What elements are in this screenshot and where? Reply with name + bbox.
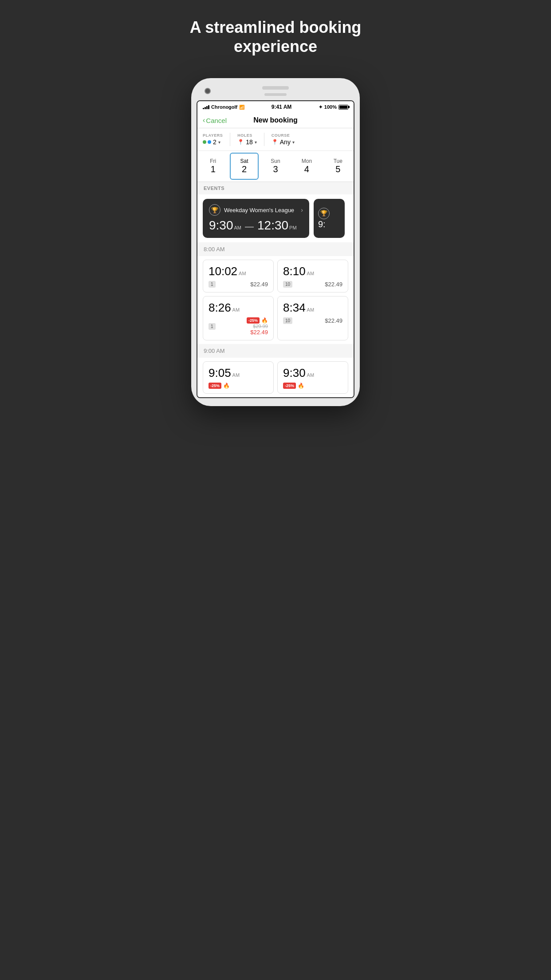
fire-icon: 🔥	[223, 383, 230, 389]
slot-time-905: 9:05 AM	[209, 366, 268, 380]
slot-826am[interactable]: 8:26 AM 1 -25% 🔥 $29.99 $22.49	[203, 296, 274, 340]
course-value-row: 📍 Any ▾	[272, 138, 295, 146]
slot-ampm: AM	[307, 271, 315, 276]
date-day-sun: Sun	[271, 158, 280, 164]
filter-divider-1	[230, 133, 230, 146]
dot-green	[203, 140, 206, 144]
date-sun-3[interactable]: Sun 3	[261, 153, 290, 180]
slot-ampm: AM	[232, 372, 240, 378]
event-card-2[interactable]: 🏆 9:	[314, 199, 345, 238]
signal-icon	[203, 105, 209, 109]
pin-icon: 📍	[237, 139, 244, 145]
slots-grid-9am: 9:05 AM -25% 🔥 9:30 AM -25% 🔥	[197, 358, 354, 397]
course-value: Any	[280, 138, 291, 146]
slot-ampm: AM	[307, 307, 315, 312]
date-tue-5[interactable]: Tue 5	[324, 153, 352, 180]
event-time-range: 9:30 AM — 12:30 PM	[209, 218, 303, 233]
trophy-icon: 🏆	[209, 204, 220, 216]
fire-icon: 🔥	[261, 317, 268, 324]
slot-time-big: 8:26	[209, 301, 231, 315]
holes-number: 18	[246, 138, 253, 146]
player-dots	[203, 140, 211, 144]
date-sat-2[interactable]: Sat 2	[230, 153, 258, 180]
slot-bottom-826: 1 -25% 🔥 $29.99 $22.49	[209, 317, 268, 336]
price-discounted: $22.49	[250, 329, 268, 336]
slot-discount-row: -25% 🔥	[247, 317, 268, 324]
date-day-sat: Sat	[240, 158, 248, 164]
event-name-row: 🏆 Weekday Women's League	[209, 204, 294, 216]
bluetooth-icon: ✦	[319, 104, 323, 110]
event-card-1[interactable]: 🏆 Weekday Women's League › 9:30 AM — 12:…	[203, 199, 309, 238]
slot-810am[interactable]: 8:10 AM 10 $22.49	[277, 260, 348, 292]
phone-screen: Chronogolf 📶 9:41 AM ✦ 100% ‹ Cancel	[197, 100, 354, 398]
holes-value-row: 📍 18 ▾	[237, 138, 257, 146]
date-num-3: 3	[273, 164, 278, 174]
players-chevron-icon: ▾	[218, 140, 220, 145]
event-chevron-icon: ›	[301, 206, 303, 213]
events-scroll[interactable]: 🏆 Weekday Women's League › 9:30 AM — 12:…	[197, 194, 354, 242]
discount-badge: -25%	[247, 317, 260, 324]
time-section-8am: 8:00 AM	[197, 242, 354, 256]
phone-button	[264, 93, 287, 96]
slot-time-930: 9:30 AM	[283, 366, 342, 380]
slot-time-big: 9:30	[283, 366, 306, 380]
phone-shell: Chronogolf 📶 9:41 AM ✦ 100% ‹ Cancel	[191, 78, 360, 406]
slots-grid-8am: 10:02 AM 1 $22.49 8:10 AM 10 $2	[197, 256, 354, 344]
date-day-mon: Mon	[302, 158, 312, 164]
date-selector: Fri 1 Sat 2 Sun 3 Mon 4 Tue 5	[197, 151, 354, 182]
slot-905am[interactable]: 9:05 AM -25% 🔥	[203, 361, 274, 394]
phone-speaker	[262, 86, 289, 90]
discount-badge: -25%	[209, 383, 221, 389]
players-filter[interactable]: PLAYERS 2 ▾	[203, 133, 223, 146]
slot-spots: 1	[209, 323, 216, 330]
status-right: ✦ 100%	[319, 104, 348, 110]
slot-bottom: 1 $22.49	[209, 281, 268, 288]
slot-834am[interactable]: 8:34 AM 10 $22.49	[277, 296, 348, 340]
date-mon-4[interactable]: Mon 4	[292, 153, 321, 180]
event-time-2: 9:	[318, 219, 340, 229]
nav-bar: ‹ Cancel New booking	[197, 113, 354, 128]
slot-price: $22.49	[325, 281, 342, 288]
slot-time-834: 8:34 AM	[283, 301, 342, 315]
course-filter[interactable]: COURSE 📍 Any ▾	[272, 133, 295, 146]
page-wrapper: A streamlined booking experience Chronog…	[165, 9, 386, 406]
event-end-ampm: PM	[289, 225, 297, 230]
slot-time-1002: 10:02 AM	[209, 265, 268, 278]
status-bar: Chronogolf 📶 9:41 AM ✦ 100%	[197, 101, 354, 113]
fire-icon: 🔥	[298, 383, 304, 389]
date-num-2: 2	[242, 164, 247, 174]
slot-price: $22.49	[250, 281, 268, 288]
slot-930am[interactable]: 9:30 AM -25% 🔥	[277, 361, 348, 394]
back-chevron-icon: ‹	[203, 116, 205, 124]
holes-filter[interactable]: HOLES 📍 18 ▾	[237, 133, 257, 146]
date-fri-1[interactable]: Fri 1	[199, 153, 227, 180]
course-chevron-icon: ▾	[292, 140, 295, 145]
cancel-button[interactable]: ‹ Cancel	[203, 116, 227, 124]
slot-discount-info: -25% 🔥 $29.99 $22.49	[247, 317, 268, 336]
slot-time-big: 8:34	[283, 301, 306, 315]
slot-spots: 10	[283, 317, 292, 324]
event-separator: —	[245, 221, 254, 232]
holes-chevron-icon: ▾	[255, 140, 257, 145]
cancel-label: Cancel	[206, 117, 227, 124]
slot-1002am[interactable]: 10:02 AM 1 $22.49	[203, 260, 274, 292]
event-start-ampm: AM	[234, 225, 242, 230]
slot-discount-row-905: -25% 🔥	[209, 383, 268, 389]
date-num-1: 1	[211, 164, 216, 174]
price-original: $29.99	[253, 324, 268, 329]
holes-label: HOLES	[237, 133, 257, 138]
slot-ampm: AM	[232, 307, 240, 312]
battery-percent: 100%	[324, 104, 337, 110]
hero-title: A streamlined booking experience	[165, 9, 386, 65]
slot-ampm: AM	[307, 372, 315, 378]
trophy-icon-2: 🏆	[318, 208, 330, 219]
event-time-partial: 9:	[318, 219, 326, 229]
status-left: Chronogolf 📶	[203, 104, 244, 110]
date-day-fri: Fri	[210, 158, 216, 164]
slot-price: $22.49	[325, 317, 342, 324]
slot-bottom: 10 $22.49	[283, 317, 342, 324]
slot-bottom: 10 $22.49	[283, 281, 342, 288]
event-name: Weekday Women's League	[224, 207, 294, 213]
slot-spots: 10	[283, 281, 292, 288]
slot-time-big: 10:02	[209, 265, 237, 278]
